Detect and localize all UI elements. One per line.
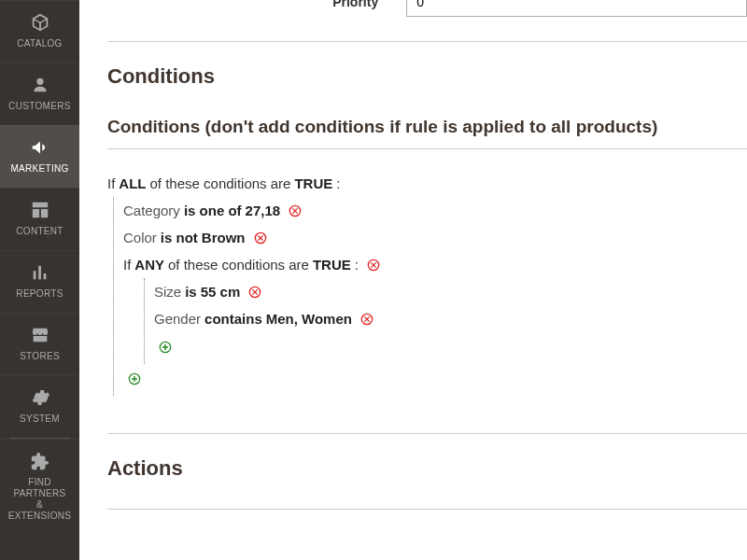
nav-label: MARKETING <box>10 163 68 175</box>
remove-condition-button[interactable] <box>366 258 381 273</box>
add-condition-button[interactable] <box>127 371 142 386</box>
operator-selector[interactable]: is not <box>161 230 198 245</box>
priority-field-row: Priority <box>107 0 747 17</box>
condition-row: Category is one of 27,18 <box>123 197 747 224</box>
nav-item-stores[interactable]: STORES <box>0 313 79 375</box>
section-divider <box>107 433 747 434</box>
section-divider <box>107 41 747 42</box>
megaphone-icon <box>30 137 50 158</box>
operator-selector[interactable]: is one of <box>184 203 242 218</box>
puzzle-icon <box>30 451 50 471</box>
remove-condition-button[interactable] <box>288 203 303 218</box>
value-selector[interactable]: 55 cm <box>201 284 241 300</box>
cond-text: If <box>123 257 131 273</box>
nav-item-partners[interactable]: FIND PARTNERS & EXTENSIONS <box>0 439 79 535</box>
conditions-subtitle: Conditions (don't add conditions if rule… <box>107 117 747 137</box>
nav-label: CATALOG <box>17 38 62 49</box>
nav-label: CUSTOMERS <box>8 101 70 112</box>
value-selector[interactable]: 27,18 <box>246 203 281 218</box>
condition-row: Gender contains Men, Women <box>154 305 747 332</box>
cond-text: of these conditions are <box>168 257 309 273</box>
nav-label: CONTENT <box>16 226 63 237</box>
app-root: CATALOG CUSTOMERS MARKETING CONTENT REPO <box>0 0 747 560</box>
conditions-tree: If ALL of these conditions are TRUE : Ca… <box>107 170 747 396</box>
attribute-selector[interactable]: Size <box>154 284 181 300</box>
cond-text: : <box>336 175 340 191</box>
aggregator-selector[interactable]: ALL <box>119 175 146 191</box>
cond-text: : <box>355 257 359 273</box>
nav-item-reports[interactable]: REPORTS <box>0 250 79 313</box>
nav-item-customers[interactable]: CUSTOMERS <box>0 63 79 125</box>
condition-aggregator-root: If ALL of these conditions are TRUE : <box>107 170 747 197</box>
condition-row: Size is 55 cm <box>154 278 747 305</box>
priority-label: Priority <box>107 0 406 9</box>
attribute-selector[interactable]: Gender <box>154 311 201 327</box>
nav-item-system[interactable]: SYSTEM <box>0 375 79 438</box>
subsection-divider <box>107 509 747 510</box>
add-condition-button[interactable] <box>158 340 173 355</box>
actions-section-title: Actions <box>107 456 747 481</box>
cond-text: of these conditions are <box>150 175 291 191</box>
remove-condition-button[interactable] <box>247 285 262 300</box>
aggregator-selector[interactable]: ANY <box>134 257 164 273</box>
nav-label: SYSTEM <box>20 413 60 425</box>
bar-chart-icon <box>30 262 50 283</box>
remove-condition-button[interactable] <box>253 231 268 245</box>
main-content: Priority Conditions Conditions (don't ad… <box>79 0 747 560</box>
value-selector[interactable]: Men, Women <box>266 311 352 327</box>
add-condition-row <box>154 332 747 364</box>
subsection-divider <box>107 148 747 149</box>
person-icon <box>30 75 50 95</box>
nav-label: REPORTS <box>16 288 63 300</box>
value-selector[interactable]: Brown <box>202 230 246 245</box>
conditions-section-title: Conditions <box>107 64 747 89</box>
aggregator-value-selector[interactable]: TRUE <box>294 175 332 191</box>
operator-selector[interactable]: is <box>185 284 197 300</box>
storefront-icon <box>30 325 50 345</box>
nav-label: FIND PARTNERS & EXTENSIONS <box>4 477 76 522</box>
condition-row: Color is not Brown <box>123 224 747 251</box>
nav-item-catalog[interactable]: CATALOG <box>0 0 79 63</box>
cond-text: If <box>107 175 115 191</box>
condition-aggregator-nested: If ANY of these conditions are TRUE : <box>123 251 747 278</box>
remove-condition-button[interactable] <box>359 312 374 327</box>
add-condition-row <box>123 364 747 396</box>
layout-icon <box>30 200 50 220</box>
nav-item-marketing[interactable]: MARKETING <box>0 125 79 188</box>
attribute-selector[interactable]: Category <box>123 203 180 218</box>
nav-item-content[interactable]: CONTENT <box>0 188 79 250</box>
admin-sidebar: CATALOG CUSTOMERS MARKETING CONTENT REPO <box>0 0 79 560</box>
gear-icon <box>30 387 50 408</box>
nav-label: STORES <box>20 351 60 362</box>
condition-children-nested: Size is 55 cm Gender contains Men, Women <box>144 278 747 364</box>
attribute-selector[interactable]: Color <box>123 230 157 245</box>
condition-children: Category is one of 27,18 Color is not Br… <box>113 197 747 396</box>
cube-icon <box>30 12 50 33</box>
aggregator-value-selector[interactable]: TRUE <box>313 257 351 273</box>
priority-input[interactable] <box>406 0 747 17</box>
operator-selector[interactable]: contains <box>204 311 262 327</box>
